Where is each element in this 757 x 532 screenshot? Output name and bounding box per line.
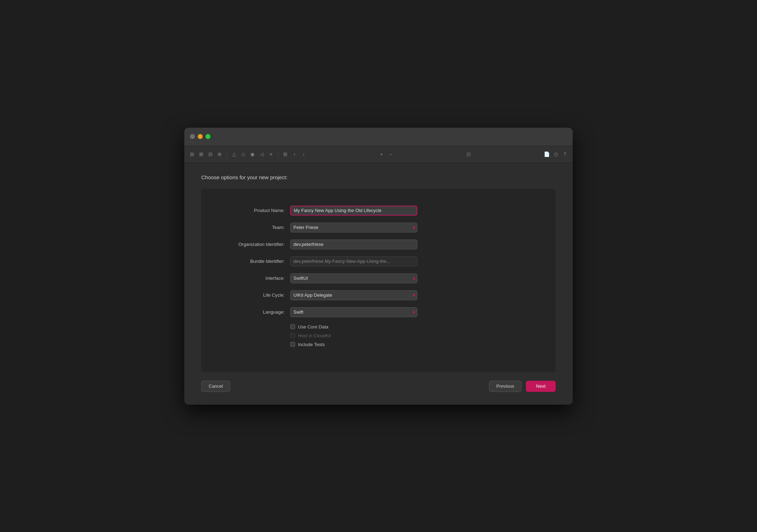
grid-icon[interactable]: ⊞ — [282, 151, 289, 158]
team-select[interactable]: Peter Friese — [290, 223, 417, 232]
forward-icon[interactable]: › — [300, 151, 307, 158]
cancel-button[interactable]: Cancel — [201, 381, 230, 392]
org-identifier-input[interactable] — [290, 240, 417, 249]
include-tests-row: Include Tests — [290, 342, 544, 347]
titlebar — [184, 128, 573, 146]
list-icon[interactable]: ≡ — [267, 151, 274, 158]
lifecycle-row: Life Cycle: UIKit App Delegate SwiftUI A… — [213, 290, 544, 300]
host-cloudkit-row: Host in CloudKit — [290, 333, 544, 338]
lifecycle-label: Life Cycle: — [213, 292, 290, 298]
search-icon[interactable]: ⊕ — [216, 151, 223, 158]
separator2 — [278, 150, 278, 158]
product-name-label: Product Name: — [213, 208, 290, 213]
host-cloudkit-label: Host in CloudKit — [298, 333, 331, 338]
checkbox-group: Use Core Data Host in CloudKit Include T… — [290, 324, 544, 347]
product-name-input[interactable] — [290, 206, 417, 216]
lifecycle-select[interactable]: UIKit App Delegate SwiftUI App — [290, 290, 417, 300]
org-identifier-label: Organization Identifier: — [213, 242, 290, 247]
maximize-button[interactable] — [205, 134, 210, 139]
use-core-data-row: Use Core Data — [290, 324, 544, 330]
interface-select[interactable]: SwiftUI Storyboard — [290, 273, 417, 283]
back-icon[interactable]: ‹ — [291, 151, 298, 158]
team-select-wrapper: Peter Friese — [290, 223, 417, 232]
lifecycle-select-wrapper: UIKit App Delegate SwiftUI App — [290, 290, 417, 300]
team-row: Team: Peter Friese — [213, 223, 544, 232]
next-button[interactable]: Next — [526, 381, 556, 392]
org-identifier-row: Organization Identifier: — [213, 240, 544, 249]
interface-row: Interface: SwiftUI Storyboard — [213, 273, 544, 283]
use-core-data-checkbox[interactable] — [290, 324, 295, 329]
lock-icon[interactable]: ◉ — [249, 151, 256, 158]
form-area: Product Name: Team: Peter Friese — [201, 189, 556, 372]
separator — [227, 150, 227, 158]
team-label: Team: — [213, 225, 290, 230]
dialog-container: Choose options for your new project: Pro… — [184, 163, 573, 405]
warning-icon[interactable]: △ — [231, 151, 238, 158]
nav-buttons: Previous Next — [489, 381, 556, 392]
shape-icon[interactable]: ◇ — [240, 151, 247, 158]
minimize-button[interactable] — [198, 134, 203, 139]
bundle-identifier-row: Bundle Identifier: — [213, 256, 544, 266]
dialog-heading: Choose options for your new project: — [201, 174, 556, 180]
language-label: Language: — [213, 309, 290, 315]
split-icon[interactable]: ⊡ — [465, 151, 472, 158]
folder-icon[interactable]: ⊞ — [189, 151, 196, 158]
product-name-row: Product Name: — [213, 206, 544, 216]
language-row: Language: Swift Objective-C — [213, 307, 544, 317]
button-row: Cancel Previous Next — [201, 372, 556, 392]
host-cloudkit-checkbox — [290, 333, 295, 338]
language-select-wrapper: Swift Objective-C — [290, 307, 417, 317]
toolbar: ⊞ ⊠ ⊟ ⊕ △ ◇ ◉ ◁ ≡ ⊞ ‹ › + → ⊡ 📄 ◷ ? — [184, 146, 573, 163]
previous-button[interactable]: Previous — [489, 381, 522, 392]
include-tests-checkbox[interactable] — [290, 342, 295, 347]
add-icon[interactable]: + — [378, 151, 385, 158]
bundle-identifier-label: Bundle Identifier: — [213, 259, 290, 264]
use-core-data-label: Use Core Data — [298, 324, 328, 330]
nav-icon[interactable]: → — [387, 151, 394, 158]
include-tests-label: Include Tests — [298, 342, 325, 347]
help-icon[interactable]: ? — [561, 151, 568, 158]
bundle-identifier-input — [290, 256, 417, 266]
history-icon[interactable]: ◷ — [552, 151, 559, 158]
close-button[interactable] — [190, 134, 195, 139]
interface-label: Interface: — [213, 276, 290, 281]
tag-icon[interactable]: ◁ — [258, 151, 265, 158]
xcode-window: ⊞ ⊠ ⊟ ⊕ △ ◇ ◉ ◁ ≡ ⊞ ‹ › + → ⊡ 📄 ◷ ? Choo… — [184, 128, 573, 405]
interface-select-wrapper: SwiftUI Storyboard — [290, 273, 417, 283]
language-select[interactable]: Swift Objective-C — [290, 307, 417, 317]
stop-icon[interactable]: ⊠ — [198, 151, 205, 158]
file-icon[interactable]: 📄 — [543, 151, 550, 158]
hierarchy-icon[interactable]: ⊟ — [207, 151, 214, 158]
